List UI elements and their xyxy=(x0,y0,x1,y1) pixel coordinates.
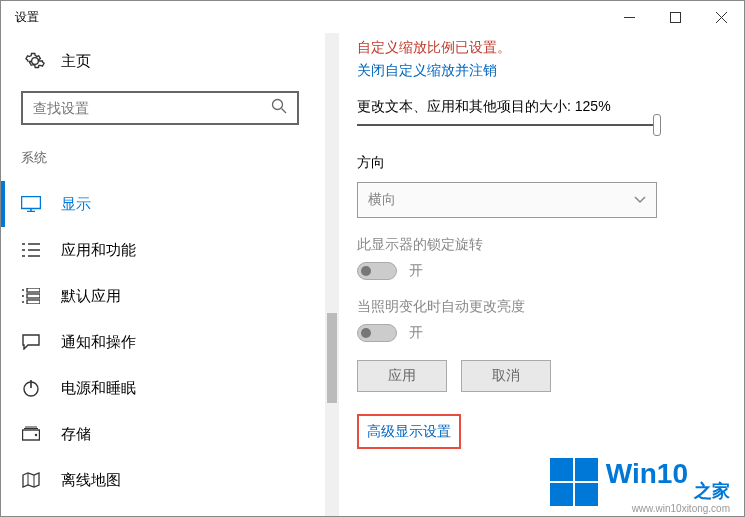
search-icon xyxy=(261,98,297,118)
nav-apps[interactable]: 应用和功能 xyxy=(1,227,325,273)
home-label: 主页 xyxy=(61,52,91,71)
scroll-thumb[interactable] xyxy=(327,313,337,403)
category-label: 系统 xyxy=(1,149,325,167)
nav-display[interactable]: 显示 xyxy=(1,181,325,227)
defaults-icon xyxy=(21,288,41,304)
rotation-lock-label: 此显示器的锁定旋转 xyxy=(357,236,724,254)
turn-off-scaling-link[interactable]: 关闭自定义缩放并注销 xyxy=(357,62,497,80)
svg-rect-20 xyxy=(27,300,40,304)
list-icon xyxy=(21,242,41,258)
scaling-alert: 自定义缩放比例已设置。 xyxy=(357,39,724,57)
svg-line-5 xyxy=(282,109,287,114)
scale-slider[interactable] xyxy=(357,124,657,126)
main-panel: 自定义缩放比例已设置。 关闭自定义缩放并注销 更改文本、应用和其他项目的大小: … xyxy=(325,33,744,516)
brightness-toggle[interactable] xyxy=(357,324,397,342)
nav-label: 显示 xyxy=(61,195,91,214)
chevron-down-icon xyxy=(634,196,646,204)
brightness-label: 当照明变化时自动更改亮度 xyxy=(357,298,724,316)
nav-notifications[interactable]: 通知和操作 xyxy=(1,319,325,365)
monitor-icon xyxy=(21,196,41,212)
minimize-button[interactable] xyxy=(606,1,652,33)
orientation-dropdown[interactable]: 横向 xyxy=(357,182,657,218)
nav-power[interactable]: 电源和睡眠 xyxy=(1,365,325,411)
map-icon xyxy=(21,472,41,488)
sidebar: 主页 系统 显示 应用和功能 默认应用 通知和操作 xyxy=(1,33,325,516)
brightness-state: 开 xyxy=(409,324,423,342)
orientation-heading: 方向 xyxy=(357,154,724,172)
nav-label: 存储 xyxy=(61,425,91,444)
apply-button[interactable]: 应用 xyxy=(357,360,447,392)
watermark-url: www.win10xitong.com xyxy=(632,503,730,514)
window-controls xyxy=(606,1,744,33)
svg-point-24 xyxy=(35,434,37,436)
maximize-button[interactable] xyxy=(652,1,698,33)
scrollbar[interactable] xyxy=(325,33,339,516)
cancel-button[interactable]: 取消 xyxy=(461,360,551,392)
search-input[interactable] xyxy=(33,100,261,116)
rotation-lock-state: 开 xyxy=(409,262,423,280)
nav-label: 电源和睡眠 xyxy=(61,379,136,398)
svg-rect-18 xyxy=(27,294,40,298)
nav-label: 通知和操作 xyxy=(61,333,136,352)
advanced-display-link[interactable]: 高级显示设置 xyxy=(367,423,451,439)
storage-icon xyxy=(21,426,41,442)
search-box[interactable] xyxy=(21,91,299,125)
gear-icon xyxy=(25,51,45,71)
svg-point-4 xyxy=(273,100,283,110)
window-title: 设置 xyxy=(15,9,39,26)
slider-thumb-icon[interactable] xyxy=(653,114,661,136)
message-icon xyxy=(21,334,41,350)
close-button[interactable] xyxy=(698,1,744,33)
home-nav[interactable]: 主页 xyxy=(1,51,325,71)
nav-label: 离线地图 xyxy=(61,471,121,490)
rotation-lock-toggle[interactable] xyxy=(357,262,397,280)
nav-maps[interactable]: 离线地图 xyxy=(1,457,325,503)
nav-label: 应用和功能 xyxy=(61,241,136,260)
highlight-box: 高级显示设置 xyxy=(357,414,461,449)
nav-storage[interactable]: 存储 xyxy=(1,411,325,457)
nav-default-apps[interactable]: 默认应用 xyxy=(1,273,325,319)
orientation-value: 横向 xyxy=(368,191,634,209)
nav-label: 默认应用 xyxy=(61,287,121,306)
toggle-knob-icon xyxy=(361,266,371,276)
toggle-knob-icon xyxy=(361,328,371,338)
power-icon xyxy=(21,379,41,397)
svg-rect-1 xyxy=(670,12,680,22)
svg-rect-6 xyxy=(22,197,41,209)
svg-rect-16 xyxy=(27,288,40,292)
titlebar: 设置 xyxy=(1,1,744,33)
scale-label: 更改文本、应用和其他项目的大小: 125% xyxy=(357,98,724,116)
